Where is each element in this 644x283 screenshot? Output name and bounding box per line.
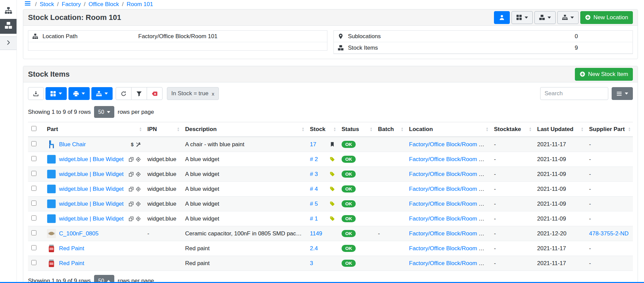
col-header-batch[interactable]: Batch▲▼ xyxy=(375,122,406,137)
stocktake-cell: - xyxy=(491,197,534,211)
col-header-part[interactable]: Part▲▼ xyxy=(43,122,144,137)
last-updated-cell: 2021-11-09 xyxy=(534,167,586,182)
breadcrumb-link-stock[interactable]: Stock xyxy=(40,1,54,8)
part-link[interactable]: widget.blue | Blue Widget xyxy=(59,201,124,207)
export-button[interactable] xyxy=(28,87,44,100)
row-checkbox[interactable] xyxy=(31,260,36,265)
col-header-supplier-part[interactable]: Supplier Part▲▼ xyxy=(586,122,633,137)
col-header-stock[interactable]: Stock▲▼ xyxy=(306,122,338,137)
stock-link[interactable]: # 5 xyxy=(310,201,318,207)
new-location-button[interactable]: New Location xyxy=(580,11,633,24)
part-link[interactable]: widget.blue | Blue Widget xyxy=(59,156,124,163)
breadcrumb-link-room-101[interactable]: Room 101 xyxy=(127,1,153,8)
location-link[interactable]: Factory/Office Block/Room 101 xyxy=(409,156,488,162)
part-flags xyxy=(129,216,141,221)
toolbar-barcode-button[interactable] xyxy=(46,87,67,100)
search-input[interactable] xyxy=(540,87,608,100)
tag-icon xyxy=(330,216,335,221)
stock-link[interactable]: # 2 xyxy=(310,156,318,163)
location-link[interactable]: Factory/Office Block/Room 101 xyxy=(409,171,488,177)
toolbar-stock-options-button[interactable] xyxy=(91,87,113,100)
stock-link[interactable]: 17 xyxy=(310,141,316,148)
table-row: widget.blue | Blue Widget widget.blue A … xyxy=(28,152,633,167)
last-updated-cell: 2021-12-20 xyxy=(534,226,586,241)
location-link[interactable]: Factory/Office Block/Room 101 xyxy=(409,230,488,237)
row-checkbox[interactable] xyxy=(31,171,36,176)
part-link[interactable]: Blue Chair xyxy=(59,141,86,148)
toolbar-print-button[interactable] xyxy=(68,87,90,100)
location-link[interactable]: Factory/Office Block/Room 101 xyxy=(409,186,488,192)
stock-link[interactable]: 1149 xyxy=(310,230,322,237)
row-checkbox[interactable] xyxy=(31,141,36,146)
batch-cell xyxy=(375,241,406,256)
col-header-location[interactable]: Location▲▼ xyxy=(406,122,491,137)
columns-button[interactable] xyxy=(612,87,633,100)
row-checkbox[interactable] xyxy=(31,245,36,250)
location-link[interactable]: Factory/Office Block/Room 101 xyxy=(409,141,488,148)
ipn-cell: widget.blue xyxy=(144,152,182,167)
clear-filters-button[interactable] xyxy=(147,87,163,100)
sidebar-expand-toggle[interactable] xyxy=(0,36,17,50)
row-checkbox[interactable] xyxy=(31,156,36,161)
row-checkbox[interactable] xyxy=(31,215,36,221)
location-link[interactable]: Factory/Office Block/Room 101 xyxy=(409,245,488,252)
location-link[interactable]: Factory/Office Block/Room 101 xyxy=(409,215,488,222)
stock-link[interactable]: # 3 xyxy=(310,171,318,178)
select-all-checkbox[interactable] xyxy=(31,126,36,131)
location-actions-button[interactable] xyxy=(557,11,579,24)
part-link[interactable]: widget.blue | Blue Widget xyxy=(59,186,124,192)
last-updated-cell: 2021-11-17 xyxy=(534,137,586,152)
part-link[interactable]: C_100nF_0805 xyxy=(59,230,98,237)
copy-icon xyxy=(129,202,134,206)
stock-link[interactable]: # 1 xyxy=(310,215,318,222)
sort-icon: ▲▼ xyxy=(529,127,532,132)
table-row: Red Paint Red paint 2.4 OK Factory/Offic… xyxy=(28,241,633,256)
sort-icon: ▲▼ xyxy=(333,127,336,132)
part-link[interactable]: widget.blue | Blue Widget xyxy=(59,215,124,222)
breadcrumb-separator: / xyxy=(57,1,59,8)
breadcrumb-link-factory[interactable]: Factory xyxy=(62,1,81,8)
sidebar-item-part-tree[interactable] xyxy=(0,4,17,19)
col-header-stocktake[interactable]: Stocktake▲▼ xyxy=(491,122,534,137)
supplier-part-link[interactable]: 478-3755-2-ND xyxy=(589,230,628,237)
location-link[interactable]: Factory/Office Block/Room 101 xyxy=(409,201,488,207)
col-header-description[interactable]: Description▲▼ xyxy=(182,122,306,137)
part-link[interactable]: widget.blue | Blue Widget xyxy=(59,171,124,178)
sort-icon: ▲▼ xyxy=(370,127,373,132)
description-cell: A blue widget xyxy=(182,197,306,211)
supplier-part-cell: - xyxy=(586,167,633,182)
col-header-status[interactable]: Status▲▼ xyxy=(338,122,375,137)
part-thumbnail xyxy=(47,170,56,179)
chevron-down-icon xyxy=(59,93,62,95)
description-cell: A blue widget xyxy=(182,182,306,197)
col-header-ipn[interactable]: IPN▲▼ xyxy=(144,122,182,137)
stock-items-label: Stock Items xyxy=(348,45,575,51)
refresh-button[interactable] xyxy=(116,87,131,100)
menu-toggle-button[interactable] xyxy=(24,0,31,8)
row-checkbox[interactable] xyxy=(31,201,36,206)
stock-link[interactable]: 3 xyxy=(310,260,313,267)
page-size-select[interactable]: 50 xyxy=(94,106,114,118)
sort-icon: ▲▼ xyxy=(628,127,631,132)
stock-link[interactable]: # 4 xyxy=(310,186,318,192)
breadcrumb-link-office-block[interactable]: Office Block xyxy=(88,1,119,8)
pagination-top: Showing 1 to 9 of 9 rows 50 rows per pag… xyxy=(23,103,638,122)
stock-link[interactable]: 2.4 xyxy=(310,245,318,252)
stock-actions-button[interactable] xyxy=(534,11,556,24)
row-checkbox[interactable] xyxy=(31,186,36,191)
col-header-last-updated[interactable]: Last Updated▲▼ xyxy=(534,122,586,137)
sublocations-value: 0 xyxy=(575,33,628,40)
barcode-actions-button[interactable] xyxy=(511,11,533,24)
filter-chip: In Stock = true x xyxy=(167,87,219,100)
row-checkbox[interactable] xyxy=(31,230,36,235)
remove-filter-button[interactable]: x xyxy=(212,91,214,97)
chevron-down-icon xyxy=(82,93,85,95)
part-link[interactable]: Red Paint xyxy=(59,260,84,267)
batch-cell: - xyxy=(375,226,406,241)
new-stock-item-button[interactable]: New Stock Item xyxy=(575,68,633,81)
sidebar-item-stock-location-tree[interactable] xyxy=(0,19,17,34)
location-link[interactable]: Factory/Office Block/Room 101 xyxy=(409,260,488,266)
part-link[interactable]: Red Paint xyxy=(59,245,84,252)
admin-button[interactable] xyxy=(494,11,510,24)
filter-button[interactable] xyxy=(131,87,147,100)
